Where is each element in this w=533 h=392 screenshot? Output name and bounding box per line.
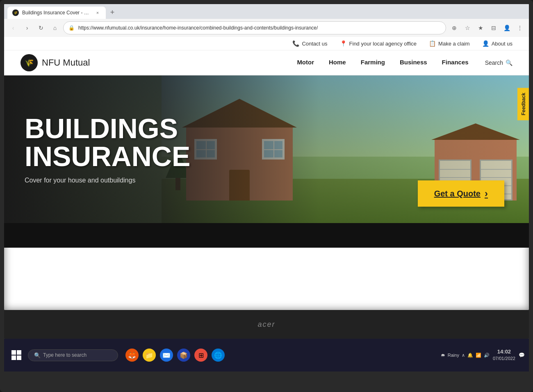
tab-favicon: 🌾 (12, 9, 19, 16)
bookmark-button[interactable]: ☆ (462, 22, 473, 34)
windows-icon (11, 350, 21, 360)
monitor-brand: acer (257, 320, 275, 329)
profile-button[interactable]: 👤 (501, 22, 512, 34)
address-field[interactable]: 🔒 https://www.nfumutual.co.uk/insurance/… (63, 21, 446, 34)
taskbar-search-placeholder: Type here to search (43, 352, 87, 358)
address-bar-row: ‹ › ↻ ⌂ 🔒 https://www.nfumutual.co.uk/in… (4, 19, 529, 37)
nav-motor[interactable]: Motor (297, 51, 314, 74)
get-quote-label: Get a Quote (434, 189, 481, 198)
nav-farming[interactable]: Farming (361, 51, 385, 74)
back-button[interactable]: ‹ (7, 22, 19, 34)
weather-label: Rainy (448, 353, 459, 358)
chevron-up-icon: ∧ (462, 353, 465, 358)
find-office-label: Find your local agency office (349, 41, 417, 47)
system-tray: 🌧 Rainy ∧ 🔔 📶 🔊 (441, 353, 490, 358)
location-icon: 📍 (340, 40, 347, 47)
rain-icon: 🌧 (441, 353, 445, 358)
monitor-bezel: acer (4, 310, 529, 339)
nav-links: Motor Home Farming Business Finances (297, 51, 468, 74)
contact-us-label: Contact us (302, 41, 327, 47)
bookmarks-button[interactable]: ★ (475, 22, 486, 34)
dropbox-icon[interactable]: 📦 (177, 349, 190, 362)
bottom-dark-band (4, 223, 529, 248)
phone-icon: 📞 (292, 40, 299, 47)
get-quote-arrow: › (485, 188, 488, 199)
taskbar-search-icon: 🔍 (34, 352, 41, 358)
mail-icon[interactable]: ✉️ (160, 349, 173, 362)
notification-bell[interactable]: 💬 (519, 352, 525, 358)
main-nav: 🌾 NFU Mutual Motor Home Farming Business… (4, 50, 529, 75)
nav-home[interactable]: Home (329, 51, 346, 74)
nav-business[interactable]: Business (400, 51, 427, 74)
contact-us-link[interactable]: 📞 Contact us (292, 40, 327, 47)
logo-area: 🌾 NFU Mutual (20, 54, 90, 71)
lock-icon: 🔒 (68, 25, 75, 31)
nav-finances[interactable]: Finances (442, 51, 469, 74)
screen: 🌾 Buildings Insurance Cover - Hou... × +… (4, 4, 529, 310)
taskbar-clock[interactable]: 14:02 07/01/2022 (493, 349, 515, 361)
hero-title: BUILDINGS INSURANCE (25, 114, 230, 170)
logo-bold: NFU (42, 57, 60, 68)
more-button[interactable]: ⋮ (514, 22, 526, 34)
clock-date: 07/01/2022 (493, 356, 515, 361)
make-claim-label: Make a claim (438, 41, 470, 47)
about-us-label: About us (492, 41, 512, 47)
home-button[interactable]: ⌂ (49, 22, 61, 34)
edge-icon[interactable]: 🌐 (212, 349, 225, 362)
clock-time: 14:02 (493, 349, 515, 356)
logo-normal: Mutual (60, 57, 90, 68)
monitor-frame: 🌾 Buildings Insurance Cover - Hou... × +… (0, 0, 533, 392)
about-us-link[interactable]: 👤 About us (482, 40, 512, 47)
feedback-tab[interactable]: Feedback (517, 88, 529, 120)
make-claim-link[interactable]: 📋 Make a claim (429, 40, 470, 47)
url-text: https://www.nfumutual.co.uk/insurance/ho… (78, 25, 318, 31)
hero-title-line1: BUILDINGS (25, 113, 178, 144)
tab-close-button[interactable]: × (94, 9, 101, 16)
search-label: Search (485, 59, 503, 66)
reload-button[interactable]: ↻ (35, 22, 47, 34)
hero-section: Feedback BUILDINGS INSURANCE Cover for y… (4, 75, 529, 223)
taskbar-app-icons: 🦊 📁 ✉️ 📦 ⊞ 🌐 (125, 349, 225, 362)
files-icon[interactable]: 📁 (143, 349, 156, 362)
start-button[interactable] (8, 347, 25, 363)
tab-bar: 🌾 Buildings Insurance Cover - Hou... × + (4, 4, 529, 19)
find-office-link[interactable]: 📍 Find your local agency office (340, 40, 417, 47)
tab-title: Buildings Insurance Cover - Hou... (22, 10, 91, 16)
search-area[interactable]: Search 🔍 (485, 59, 512, 66)
browser-actions: ⊕ ☆ ★ ⊟ 👤 ⋮ (449, 22, 526, 34)
firefox-icon[interactable]: 🦊 (125, 349, 139, 362)
search-icon: 🔍 (506, 59, 512, 66)
hero-title-line2: INSURANCE (25, 141, 190, 172)
logo-symbol: 🌾 (25, 58, 34, 67)
taskbar-right: 🌧 Rainy ∧ 🔔 📶 🔊 14:02 07/01/2022 💬 (441, 349, 525, 361)
feedback-label: Feedback (521, 93, 526, 115)
top-bar: 📞 Contact us 📍 Find your local agency of… (4, 37, 529, 50)
browser-chrome: 🌾 Buildings Insurance Cover - Hou... × +… (4, 4, 529, 37)
taskbar-search[interactable]: 🔍 Type here to search (28, 349, 118, 361)
network-icon: 📶 (476, 353, 481, 358)
quote-button-container: Get a Quote › (418, 180, 504, 207)
logo-text: NFU Mutual (42, 57, 90, 68)
taskbar: 🔍 Type here to search 🦊 📁 ✉️ 📦 ⊞ 🌐 🌧 Rai… (4, 339, 529, 371)
taskbar-notification-icon: 🔔 (467, 353, 473, 358)
site-header: 📞 Contact us 📍 Find your local agency of… (4, 37, 529, 75)
office-icon[interactable]: ⊞ (194, 349, 207, 362)
forward-button[interactable]: › (21, 22, 33, 34)
get-quote-button[interactable]: Get a Quote › (418, 180, 504, 207)
tab-search-button[interactable]: ⊟ (488, 22, 499, 34)
volume-icon: 🔊 (484, 353, 490, 358)
active-tab[interactable]: 🌾 Buildings Insurance Cover - Hou... × (7, 7, 106, 19)
claim-icon: 📋 (429, 40, 436, 47)
logo-badge: 🌾 (20, 54, 38, 71)
new-tab-button[interactable]: + (107, 7, 118, 18)
person-icon: 👤 (482, 40, 489, 47)
extensions-button[interactable]: ⊕ (449, 22, 460, 34)
